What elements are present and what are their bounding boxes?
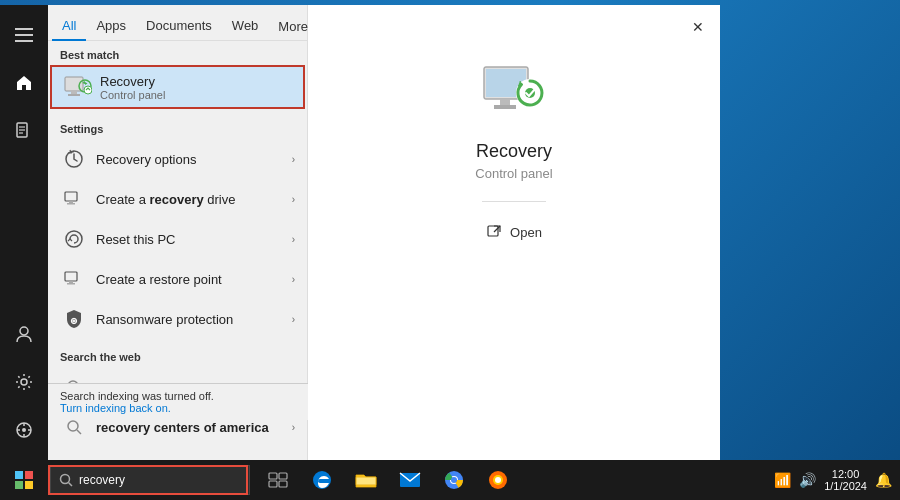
file-explorer-button[interactable] [346,460,386,500]
sidebar-home[interactable] [0,61,48,105]
taskbar-search-input[interactable] [79,473,219,487]
reset-pc-icon [60,225,88,253]
settings-item-4-text: Ransomware protection [96,312,292,327]
detail-close-button[interactable]: ✕ [684,13,712,41]
settings-item-4[interactable]: ⊛ Ransomware protection › [48,299,307,339]
search-footer: Search indexing was turned off. Turn ind… [48,383,308,420]
sidebar-hamburger[interactable] [0,13,48,57]
svg-rect-18 [68,94,80,96]
search-results-panel: All Apps Documents Web More ▾ 25 📌 ··· ✕ [48,5,308,460]
edge-browser-button[interactable] [302,460,342,500]
best-match-subtitle: Control panel [100,89,291,101]
taskbar-clock[interactable]: 12:00 1/1/2024 [824,468,867,492]
taskbar-app-icons [258,460,518,500]
tab-web[interactable]: Web [222,12,269,41]
svg-rect-17 [71,91,77,94]
svg-line-45 [494,226,500,232]
detail-app-sub: Control panel [475,166,552,181]
svg-point-60 [495,477,501,483]
settings-item-0[interactable]: Recovery options › [48,139,307,179]
arrow-icon-1: › [292,194,295,205]
detail-app-icon [482,65,546,129]
svg-point-8 [21,379,27,385]
sidebar-settings[interactable] [0,360,48,404]
settings-item-3[interactable]: Create a restore point › [48,259,307,299]
svg-point-46 [61,475,70,484]
time-display: 12:00 [824,468,867,480]
svg-point-32 [68,421,78,431]
task-view-button[interactable] [258,460,298,500]
svg-point-10 [22,428,26,432]
svg-point-7 [20,327,28,335]
tab-documents[interactable]: Documents [136,12,222,41]
arrow-icon-4: › [292,314,295,325]
taskbar-search-bar[interactable] [50,465,250,495]
svg-rect-22 [65,192,77,201]
settings-item-3-text: Create a restore point [96,272,292,287]
start-button[interactable] [0,460,48,500]
firefox-button[interactable] [478,460,518,500]
windows-icon [15,471,33,489]
arrow-icon-0: › [292,154,295,165]
svg-text:⊛: ⊛ [70,316,78,326]
settings-item-1[interactable]: Create a recovery drive › [48,179,307,219]
web-item-1-text: recovery centers of america [96,420,292,435]
best-match-item[interactable]: Recovery Control panel [50,65,305,109]
svg-line-33 [77,430,81,434]
network-icon[interactable]: 📶 [774,472,791,488]
svg-rect-50 [269,481,277,487]
web-item-2-text: recovery key [96,460,292,461]
svg-rect-48 [269,473,277,479]
svg-rect-28 [67,283,75,285]
indexing-text: Search indexing was turned off. [60,390,296,402]
svg-rect-23 [69,201,73,203]
settings-item-2-text: Reset this PC [96,232,292,247]
ransomware-icon: ⊛ [60,305,88,333]
sidebar-user[interactable] [0,312,48,356]
sidebar [0,5,48,460]
sidebar-tools[interactable] [0,408,48,452]
detail-panel: ✕ [308,5,720,460]
svg-point-57 [451,477,457,483]
svg-rect-1 [15,34,33,36]
settings-label: Settings [48,115,307,139]
tab-all[interactable]: All [52,12,86,41]
taskbar-right: 📶 🔊 12:00 1/1/2024 🔔 [774,468,900,492]
web-arrow-1: › [292,422,295,433]
detail-open-action[interactable]: Open [474,218,554,246]
best-match-text: Recovery Control panel [100,74,291,101]
arrow-icon-2: › [292,234,295,245]
svg-rect-41 [494,105,516,109]
search-web-label: Search the web [48,343,307,367]
detail-app-name: Recovery [476,141,552,162]
detail-content: Recovery Control panel Open [474,65,554,246]
search-tabs: All Apps Documents Web More ▾ 25 📌 ··· ✕ [48,5,307,41]
chrome-button[interactable] [434,460,474,500]
volume-icon[interactable]: 🔊 [799,472,816,488]
svg-rect-49 [279,473,287,479]
settings-item-2[interactable]: Reset this PC › [48,219,307,259]
indexing-link[interactable]: Turn indexing back on. [60,402,171,414]
sidebar-documents[interactable] [0,109,48,153]
svg-line-47 [69,483,73,487]
svg-rect-53 [356,477,376,485]
mail-button[interactable] [390,460,430,500]
svg-rect-51 [279,481,287,487]
svg-rect-44 [488,226,498,236]
notification-icon[interactable]: 🔔 [875,472,892,488]
start-menu: All Apps Documents Web More ▾ 25 📌 ··· ✕ [0,5,720,460]
svg-rect-2 [15,40,33,42]
settings-item-1-text: Create a recovery drive [96,192,292,207]
tab-apps[interactable]: Apps [86,12,136,41]
taskbar: 📶 🔊 12:00 1/1/2024 🔔 [0,460,900,500]
arrow-icon-3: › [292,274,295,285]
detail-divider [482,201,546,202]
svg-rect-27 [69,281,73,283]
web-item-2[interactable]: recovery key › [48,447,307,460]
desktop: All Apps Documents Web More ▾ 25 📌 ··· ✕ [0,0,900,500]
svg-rect-40 [500,99,510,105]
svg-rect-26 [65,272,77,281]
date-display: 1/1/2024 [824,480,867,492]
settings-item-0-text: Recovery options [96,152,292,167]
open-icon [486,224,502,240]
